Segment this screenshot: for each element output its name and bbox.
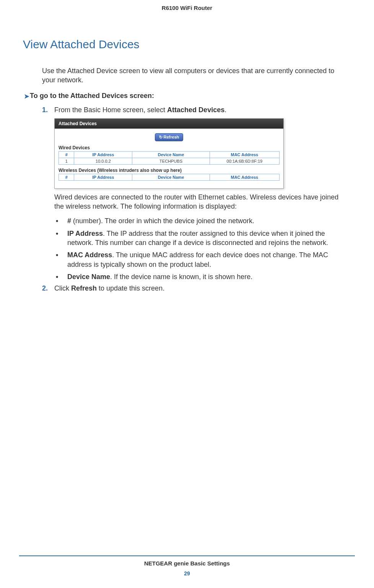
screenshot-body: ↻Refresh Wired Devices # IP Address Devi… — [55, 129, 283, 188]
col-name: Device Name — [132, 174, 210, 180]
bullet-bold: IP Address — [67, 230, 103, 237]
procedure-heading: ➤ To go to the Attached Devices screen: — [30, 92, 355, 100]
col-ip: IP Address — [74, 174, 132, 180]
step-number: 2. — [42, 284, 48, 292]
refresh-icon: ↻ — [159, 135, 163, 140]
cell-name: TECHPUBS — [132, 158, 210, 164]
footer-page-number: 29 — [19, 570, 355, 577]
bullet-text: . If the device name is known, it is sho… — [110, 273, 252, 281]
arrow-icon: ➤ — [24, 93, 29, 100]
list-item: • Device Name. If the device name is kno… — [54, 272, 343, 281]
col-number: # — [59, 174, 74, 180]
step-bold: Attached Devices — [167, 106, 224, 114]
bullet-bold: MAC Address — [67, 251, 112, 259]
step-text-after: . — [224, 106, 226, 114]
col-number: # — [59, 151, 74, 158]
wireless-devices-label: Wireless Devices (Wireless intruders als… — [59, 168, 280, 173]
wireless-devices-table: # IP Address Device Name MAC Address — [59, 174, 280, 181]
screenshot-titlebar: Attached Devices — [55, 119, 283, 129]
refresh-label: Refresh — [164, 135, 179, 139]
col-ip: IP Address — [74, 151, 132, 158]
list-item: • MAC Address. The unique MAC address fo… — [54, 250, 343, 269]
wired-devices-table: # IP Address Device Name MAC Address 1 1… — [59, 151, 280, 165]
bullet-text: (number). The order in which the device … — [71, 217, 254, 225]
intro-paragraph: Use the Attached Device screen to view a… — [42, 66, 340, 85]
list-item: • IP Address. The IP address that the ro… — [54, 229, 343, 248]
doc-header: R6100 WiFi Router — [19, 0, 355, 11]
footer-title: NETGEAR genie Basic Settings — [19, 560, 355, 567]
cell-mac: 00:1A:6B:6D:8F:19 — [210, 158, 279, 164]
step-1: 1. From the Basic Home screen, select At… — [42, 105, 355, 114]
step-2: 2. Click Refresh to update this screen. — [42, 284, 355, 292]
table-row: 1 10.0.0.2 TECHPUBS 00:1A:6B:6D:8F:19 — [59, 158, 280, 164]
col-mac: MAC Address — [210, 174, 279, 180]
bullet-icon: • — [56, 272, 58, 281]
table-header-row: # IP Address Device Name MAC Address — [59, 151, 280, 158]
cell-ip: 10.0.0.2 — [74, 158, 132, 164]
page-title: View Attached Devices — [23, 38, 355, 51]
procedure-heading-text: To go to the Attached Devices screen: — [30, 92, 154, 100]
refresh-button[interactable]: ↻Refresh — [155, 133, 184, 141]
wired-devices-label: Wired Devices — [59, 145, 280, 150]
bullet-icon: • — [56, 229, 58, 238]
attached-devices-screenshot: Attached Devices ↻Refresh Wired Devices … — [54, 118, 284, 189]
col-name: Device Name — [132, 151, 210, 158]
step-text-after: to update this screen. — [97, 284, 164, 292]
bullet-list: • # (number). The order in which the dev… — [54, 216, 343, 281]
list-item: • # (number). The order in which the dev… — [54, 216, 343, 225]
step-text: Click — [54, 284, 71, 292]
description-paragraph: Wired devices are connected to the route… — [54, 193, 340, 211]
bullet-bold: Device Name — [67, 273, 110, 281]
page-footer: NETGEAR genie Basic Settings 29 — [19, 555, 355, 577]
cell-num: 1 — [59, 158, 74, 164]
table-header-row: # IP Address Device Name MAC Address — [59, 174, 280, 180]
bullet-icon: • — [56, 250, 58, 260]
step-list: 1. From the Basic Home screen, select At… — [42, 105, 355, 114]
step-bold: Refresh — [71, 284, 97, 292]
col-mac: MAC Address — [210, 151, 279, 158]
bullet-text: . The IP address that the router assigne… — [67, 230, 328, 247]
bullet-icon: • — [56, 216, 58, 225]
bullet-bold: # — [67, 217, 71, 225]
step-number: 1. — [42, 105, 48, 114]
step-text: From the Basic Home screen, select — [54, 106, 167, 114]
